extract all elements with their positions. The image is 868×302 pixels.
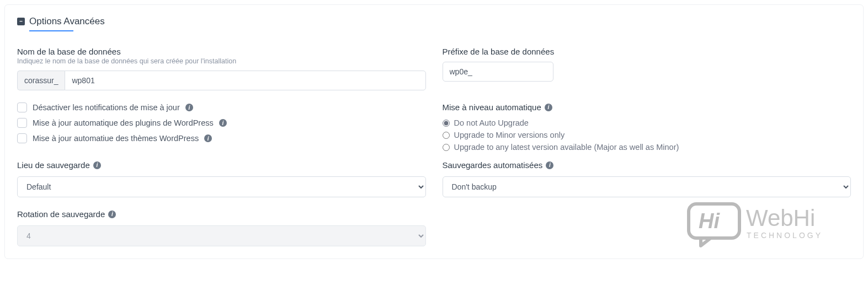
auto-update-plugins-checkbox[interactable] <box>17 118 27 128</box>
upgrade-none-label: Do not Auto Upgrade <box>454 118 529 127</box>
active-tab-indicator <box>29 30 73 31</box>
db-name-help: Indiquez le nom de la base de données qu… <box>17 57 426 65</box>
watermark-logo: Hi WebHi TECHNOLOGY <box>684 199 850 251</box>
db-prefix-input[interactable] <box>443 62 553 82</box>
upgrade-any-label: Upgrade to any latest version available … <box>454 143 679 152</box>
backup-rotation-select: 4 <box>17 225 426 246</box>
advanced-options-panel: – Options Avancées Nom de la base de don… <box>4 4 864 259</box>
db-prefix-label: Préfixe de la base de données <box>443 47 851 56</box>
auto-update-plugins-label: Mise à jour automatique des plugins de W… <box>33 118 214 127</box>
section-title: Options Avancées <box>29 16 105 27</box>
watermark-brand-main: WebHi <box>746 205 815 231</box>
backup-location-select[interactable]: Default <box>17 176 426 197</box>
info-icon[interactable]: i <box>93 161 101 169</box>
info-icon[interactable]: i <box>185 104 193 111</box>
auto-upgrade-label: Mise à niveau automatique i <box>443 103 851 112</box>
info-icon[interactable]: i <box>204 134 212 142</box>
db-name-prefix-addon: corassur_ <box>17 71 65 90</box>
section-header[interactable]: – Options Avancées <box>17 16 851 27</box>
info-icon[interactable]: i <box>546 161 553 169</box>
disable-update-notif-label: Désactiver les notifications de mise à j… <box>33 103 180 112</box>
backup-rotation-label: Rotation de sauvegarde i <box>17 209 426 219</box>
upgrade-minor-label: Upgrade to Minor versions only <box>454 131 565 139</box>
info-icon[interactable]: i <box>108 211 116 218</box>
info-icon[interactable]: i <box>545 104 552 111</box>
upgrade-any-radio[interactable] <box>443 144 450 151</box>
collapse-icon[interactable]: – <box>17 18 25 25</box>
upgrade-minor-radio[interactable] <box>443 132 450 139</box>
watermark-bubble-text: Hi <box>699 209 720 233</box>
backup-location-label: Lieu de sauvegarde i <box>17 160 426 170</box>
watermark-brand-sub: TECHNOLOGY <box>747 231 823 240</box>
disable-update-notif-checkbox[interactable] <box>17 103 27 112</box>
auto-backup-label: Sauvegardes automatisées i <box>443 160 851 170</box>
db-name-label: Nom de la base de données <box>17 47 426 56</box>
db-name-input[interactable] <box>65 71 425 90</box>
info-icon[interactable]: i <box>219 119 227 127</box>
auto-update-themes-label: Mise à jour automatiue des thèmes WordPr… <box>33 134 199 143</box>
upgrade-none-radio[interactable] <box>443 120 450 127</box>
auto-backup-select[interactable]: Don't backup <box>443 176 851 197</box>
auto-update-themes-checkbox[interactable] <box>17 133 27 143</box>
